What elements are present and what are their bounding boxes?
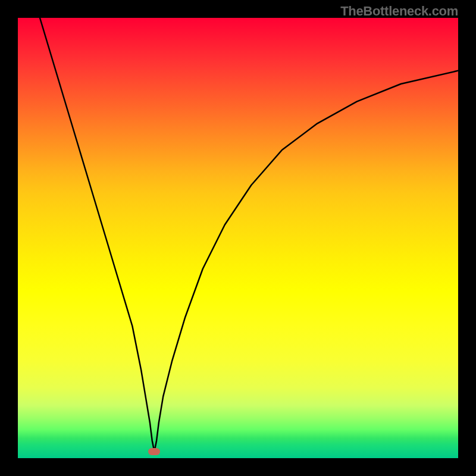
watermark-label: TheBottleneck.com <box>340 4 458 19</box>
curve-layer <box>18 18 458 458</box>
bottleneck-curve <box>40 18 458 452</box>
chart-frame: TheBottleneck.com <box>0 0 476 476</box>
minimum-marker <box>148 448 160 455</box>
plot-area <box>18 18 458 458</box>
